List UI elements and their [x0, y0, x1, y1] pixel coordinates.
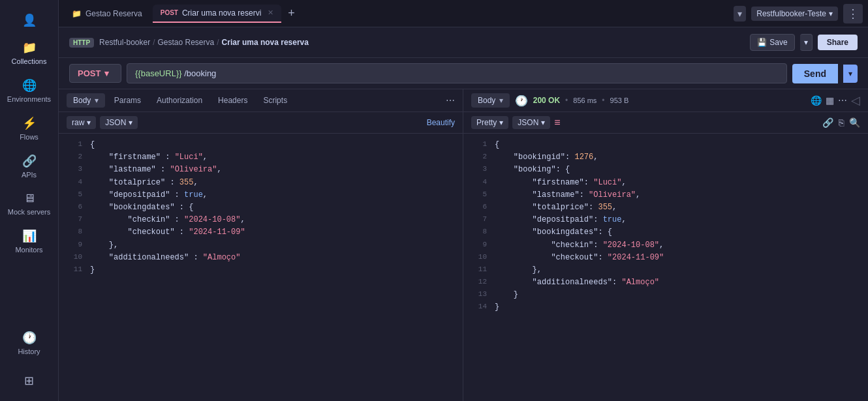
sidebar-item-monitors[interactable]: 📊 Monitors	[0, 222, 58, 260]
request-body-editor[interactable]: 1 { 2 "firstname" : "Luci", 3 "lastname"…	[59, 134, 463, 401]
json-arrow-icon: ▾	[129, 118, 132, 127]
left-panel-tabs: Body ▾ Params Authorization Headers Scri…	[59, 89, 463, 112]
monitors-icon: 📊	[22, 229, 37, 243]
save-dropdown-button[interactable]: ▾	[800, 34, 813, 51]
response-size: 953 B	[610, 97, 629, 104]
tab-bar-right: ▾ Restfulbooker-Teste ▾ ⋮	[734, 4, 863, 23]
tab-params[interactable]: Params	[108, 93, 147, 108]
send-dropdown-button[interactable]: ▾	[843, 65, 858, 83]
response-body-editor: 1 { 2 "bookingid": 1276, 3 "booking": {	[463, 134, 868, 401]
breadcrumb-part-1[interactable]: Restful-booker	[99, 38, 150, 47]
response-link-icon[interactable]: 🔗	[822, 117, 833, 128]
code-line: 2 "bookingid": 1276,	[463, 151, 868, 164]
workspace-chevron-icon: ▾	[829, 9, 833, 18]
tab-bar-more-button[interactable]: ▾	[734, 6, 746, 22]
code-line: 1 {	[59, 139, 463, 151]
tab-scripts[interactable]: Scripts	[256, 93, 294, 108]
breadcrumb-part-2[interactable]: Gestao Reserva	[158, 38, 215, 47]
sidebar-item-mock-servers[interactable]: 🖥 Mock servers	[0, 185, 58, 222]
new-tab-button[interactable]: +	[284, 7, 299, 20]
environments-icon: 🌐	[22, 78, 37, 93]
tab-body[interactable]: Body ▾	[67, 93, 105, 108]
code-line: 5 "lastname": "Oliveira",	[463, 189, 868, 201]
response-globe-icon-button[interactable]: 🌐	[811, 95, 822, 106]
sidebar-item-apis-label: APIs	[22, 171, 37, 179]
main-area: 📁 Gestao Reserva POST Criar uma nova res…	[59, 0, 868, 401]
url-path: /booking	[182, 68, 217, 78]
raw-format-selector[interactable]: raw ▾	[67, 116, 96, 129]
response-grid-icon-button[interactable]: ▦	[826, 95, 834, 106]
response-history-icon[interactable]: 🕐	[515, 95, 528, 107]
dot-sep-1: •	[565, 96, 568, 105]
sidebar-item-history[interactable]: 🕐 History	[0, 324, 58, 362]
pretty-arrow-icon: ▾	[499, 118, 503, 127]
tab-response-body-label: Body	[478, 96, 495, 105]
breadcrumb-sep-2: /	[217, 38, 219, 47]
method-selector[interactable]: POST ▾	[69, 64, 121, 83]
sidebar-item-history-label: History	[18, 348, 40, 355]
save-icon: 💾	[757, 38, 767, 47]
response-more-button[interactable]: ⋯	[838, 95, 847, 106]
response-time: 856 ms	[573, 97, 597, 104]
workspace-selector[interactable]: Restfulbooker-Teste ▾	[751, 7, 838, 21]
save-label: Save	[769, 38, 787, 47]
panel-more-icon[interactable]: ⋯	[446, 95, 455, 106]
tab-headers[interactable]: Headers	[211, 93, 254, 108]
code-line: 10 "additionalneeds" : "Almoço"	[59, 252, 463, 264]
breadcrumb-part-3: Criar uma nova reserva	[222, 38, 309, 47]
tab-authorization[interactable]: Authorization	[150, 93, 209, 108]
response-copy-icon[interactable]: ⎘	[839, 117, 844, 128]
apis-icon: 🔗	[22, 154, 37, 168]
json-label: JSON	[105, 118, 126, 127]
pretty-label: Pretty	[476, 118, 497, 127]
raw-arrow-icon: ▾	[87, 118, 91, 127]
tab-close-icon[interactable]: ✕	[268, 8, 273, 17]
folder-icon: 📁	[72, 9, 82, 18]
collections-icon: 📁	[22, 40, 37, 55]
code-line: 11 },	[463, 264, 868, 276]
send-button[interactable]: Send	[792, 64, 838, 83]
code-line: 9 "checkin": "2024-10-08",	[463, 239, 868, 252]
save-button[interactable]: 💾 Save	[750, 34, 794, 51]
beautify-button[interactable]: Beautify	[427, 118, 455, 127]
method-label: POST	[78, 68, 101, 78]
code-line: 8 "bookingdates": {	[463, 226, 868, 239]
code-line: 1 {	[463, 139, 868, 151]
sidebar-item-mock-servers-label: Mock servers	[8, 208, 50, 216]
response-search-icon[interactable]: 🔍	[849, 117, 860, 128]
breadcrumb-sep-1: /	[153, 38, 155, 47]
panels: Body ▾ Params Authorization Headers Scri…	[59, 89, 868, 401]
sidebar-item-environments[interactable]: 🌐 Environments	[0, 72, 58, 110]
sidebar-item-flows[interactable]: ⚡ Flows	[0, 110, 58, 147]
code-line: 13 }	[463, 289, 868, 301]
sidebar-item-account[interactable]: 👤	[0, 7, 58, 34]
tab-criar-nova-reserva-label: Criar uma nova reservi	[182, 8, 261, 18]
status-badge: 200 OK	[533, 96, 560, 105]
request-header: HTTP Restful-booker / Gestao Reserva / C…	[59, 27, 868, 58]
sidebar-item-monitors-label: Monitors	[15, 246, 42, 254]
sidebar-item-apis[interactable]: 🔗 APIs	[0, 147, 58, 185]
sidebar-item-environments-label: Environments	[7, 95, 51, 103]
code-line: 7 "depositpaid": true,	[463, 214, 868, 226]
mock-servers-icon: 🖥	[23, 192, 35, 205]
tab-gestao-reserva[interactable]: 📁 Gestao Reserva	[64, 5, 150, 22]
pretty-format-selector[interactable]: Pretty ▾	[471, 116, 508, 129]
sidebar-item-collections-label: Collections	[12, 57, 47, 65]
code-line: 8 "checkout" : "2024-11-09"	[59, 226, 463, 239]
sidebar-item-add[interactable]: ⊞	[0, 367, 58, 394]
code-line: 12 "additionalneeds": "Almoço"	[463, 276, 868, 289]
json-language-selector[interactable]: JSON ▾	[100, 116, 138, 129]
response-filter-icon[interactable]: ≡	[554, 117, 560, 128]
top-right-more-button[interactable]: ⋮	[843, 4, 863, 23]
url-bar: POST ▾ {{baseURL}} /booking Send ▾	[59, 58, 868, 89]
beautify-label: Beautify	[427, 118, 455, 127]
resp-json-selector[interactable]: JSON ▾	[512, 116, 550, 129]
header-actions: 💾 Save ▾ Share	[750, 34, 858, 51]
url-input[interactable]: {{baseURL}} /booking	[127, 63, 787, 83]
tab-response-body[interactable]: Body ▾	[471, 93, 510, 108]
dot-sep-2: •	[602, 96, 604, 105]
sidebar-item-collections[interactable]: 📁 Collections	[0, 34, 58, 72]
tab-criar-nova-reserva[interactable]: POST Criar uma nova reservi ✕	[153, 5, 282, 23]
resp-json-label: JSON	[518, 118, 538, 127]
share-button[interactable]: Share	[818, 35, 858, 50]
